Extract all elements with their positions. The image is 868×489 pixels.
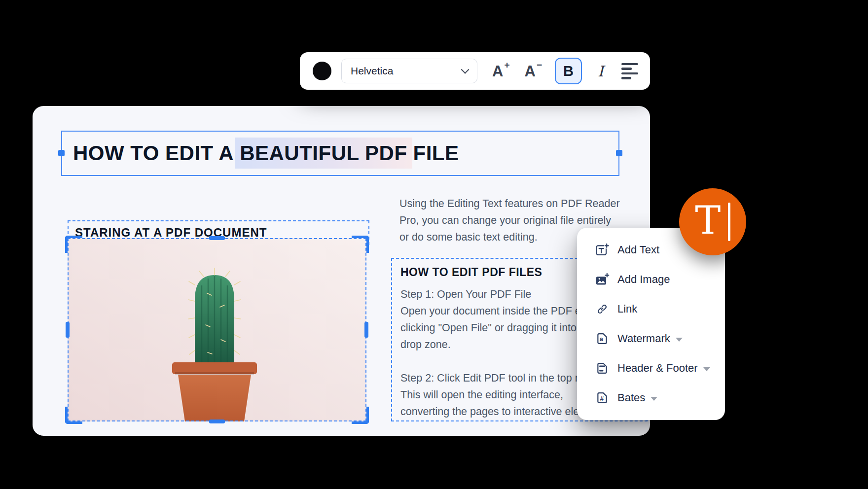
menu-item-header-footer[interactable]: Header & Footer bbox=[577, 353, 725, 383]
watermark-icon: a bbox=[595, 331, 610, 346]
svg-text:a: a bbox=[600, 336, 604, 343]
edit-text-feature-badge: T bbox=[679, 188, 746, 255]
menu-label: Add Image bbox=[617, 273, 670, 286]
svg-text:#: # bbox=[600, 395, 604, 402]
text-format-toolbar: Helvetica A + A − B I bbox=[300, 52, 650, 90]
decrease-font-letter: A bbox=[525, 64, 536, 79]
menu-label: Link bbox=[617, 303, 637, 315]
bates-icon: # bbox=[595, 390, 610, 405]
bold-label: B bbox=[563, 63, 574, 79]
title-post: FILE bbox=[413, 141, 459, 165]
image-element[interactable] bbox=[68, 238, 366, 421]
link-icon bbox=[595, 302, 610, 316]
menu-item-add-image[interactable]: Add Image bbox=[577, 265, 725, 294]
menu-item-watermark[interactable]: a Watermark bbox=[577, 324, 725, 353]
edge-handle-left[interactable] bbox=[66, 322, 70, 338]
corner-handle-bottom-right[interactable] bbox=[352, 407, 369, 424]
menu-label: Add Text bbox=[617, 244, 659, 256]
font-family-select[interactable]: Helvetica bbox=[341, 59, 477, 83]
resize-handle-right[interactable] bbox=[616, 150, 622, 156]
chevron-down-icon[interactable] bbox=[651, 397, 657, 401]
chevron-down-icon[interactable] bbox=[676, 338, 683, 342]
page-title: HOW TO EDIT ABEAUTIFUL PDFFILE bbox=[73, 141, 459, 165]
italic-label: I bbox=[598, 63, 604, 80]
chevron-down-icon[interactable] bbox=[703, 367, 710, 371]
menu-label: Bates bbox=[617, 391, 645, 404]
chevron-down-icon bbox=[461, 66, 470, 74]
menu-label: Header & Footer bbox=[617, 362, 698, 375]
increase-font-size-button[interactable]: A + bbox=[492, 64, 510, 79]
decrease-font-size-button[interactable]: A − bbox=[525, 64, 542, 79]
resize-handle-left[interactable] bbox=[58, 150, 65, 156]
serif-t-glyph: T bbox=[695, 201, 721, 240]
selected-text-highlight[interactable]: BEAUTIFUL PDF bbox=[235, 138, 412, 169]
text-cursor-icon bbox=[728, 203, 730, 241]
plus-sign: + bbox=[504, 60, 509, 70]
add-image-icon bbox=[595, 272, 610, 287]
menu-item-bates[interactable]: # Bates bbox=[577, 383, 725, 413]
corner-handle-bottom-left[interactable] bbox=[65, 407, 82, 424]
bold-button[interactable]: B bbox=[555, 58, 582, 84]
edit-tools-menu: Add Text Add Image Link a bbox=[577, 228, 725, 420]
edge-handle-right[interactable] bbox=[364, 322, 368, 338]
font-family-value: Helvetica bbox=[351, 65, 393, 77]
align-left-icon[interactable] bbox=[621, 63, 638, 79]
header-footer-icon bbox=[595, 361, 610, 376]
edge-handle-top[interactable] bbox=[209, 236, 225, 240]
corner-handle-top-right[interactable] bbox=[352, 236, 369, 253]
corner-handle-top-left[interactable] bbox=[65, 236, 82, 253]
intro-line: Pro, you can change your original file e… bbox=[399, 212, 631, 229]
intro-line: Using the Editing Text features on PDF R… bbox=[399, 195, 631, 212]
section-heading: STARING AT A PDF DOCUMENT bbox=[75, 226, 267, 240]
minus-sign: − bbox=[537, 60, 542, 70]
screen: Helvetica A + A − B I HOW TO EDIT ABEAUT… bbox=[0, 0, 868, 489]
menu-item-link[interactable]: Link bbox=[577, 294, 725, 324]
increase-font-letter: A bbox=[492, 64, 503, 79]
italic-button[interactable]: I bbox=[598, 63, 604, 80]
title-pre: HOW TO EDIT A bbox=[73, 141, 234, 165]
add-text-icon bbox=[595, 243, 610, 257]
title-text-box[interactable]: HOW TO EDIT ABEAUTIFUL PDFFILE bbox=[61, 131, 619, 176]
edge-handle-bottom[interactable] bbox=[209, 419, 225, 423]
font-color-swatch[interactable] bbox=[313, 62, 331, 80]
cactus-photo bbox=[68, 238, 366, 421]
menu-label: Watermark bbox=[617, 332, 670, 345]
pdf-document-canvas[interactable]: HOW TO EDIT ABEAUTIFUL PDFFILE STARING A… bbox=[33, 106, 650, 436]
